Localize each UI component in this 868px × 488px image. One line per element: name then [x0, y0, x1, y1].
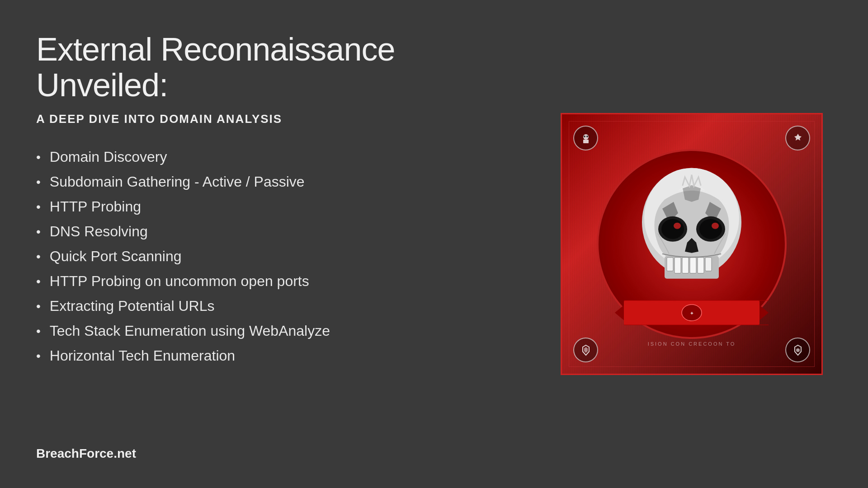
ribbon-banner: ✦: [615, 297, 769, 328]
svg-point-2: [584, 136, 585, 137]
bullet-item-8: Horizontal Tech Enumeration: [36, 347, 524, 364]
bullet-item-2: HTTP Probing: [36, 198, 524, 215]
svg-rect-18: [698, 258, 704, 273]
right-panel: ✦ ISION CON CRECOON TO: [552, 27, 832, 461]
bullet-item-1: Subdomain Gathering - Active / Passive: [36, 174, 524, 190]
svg-rect-16: [682, 258, 689, 273]
left-panel: External Reconnaissance Unveiled: A Deep…: [36, 27, 524, 461]
bullet-list: Domain DiscoverySubdomain Gathering - Ac…: [36, 149, 524, 364]
svg-rect-19: [705, 258, 712, 271]
svg-point-4: [796, 348, 800, 352]
main-title: External Reconnaissance Unveiled:: [36, 32, 524, 103]
bullet-item-6: Extracting Potential URLs: [36, 298, 524, 314]
corner-badge-tl: [573, 126, 598, 150]
svg-rect-14: [667, 258, 673, 271]
bullet-item-5: HTTP Probing on uncommon open ports: [36, 273, 524, 290]
svg-point-12: [712, 223, 719, 229]
page-container: External Reconnaissance Unveiled: A Deep…: [0, 0, 868, 488]
subtitle: A Deep Dive Into Domain Analysis: [36, 112, 524, 126]
bullet-item-7: Tech Stack Enumeration using WebAnalyze: [36, 323, 524, 339]
skull-bottom-text: ISION CON CRECOON TO: [648, 341, 736, 347]
svg-point-11: [674, 223, 681, 229]
svg-text:✦: ✦: [690, 311, 694, 316]
skull-face: [624, 164, 760, 310]
svg-rect-15: [675, 258, 681, 273]
corner-badge-bl: [573, 338, 598, 362]
skull-illustration: ✦ ISION CON CRECOON TO: [561, 113, 823, 375]
bullet-item-4: Quick Port Scanning: [36, 248, 524, 265]
brand-name: BreachForce.net: [36, 446, 524, 461]
svg-point-9: [661, 219, 684, 239]
svg-point-10: [699, 219, 722, 239]
bullet-item-0: Domain Discovery: [36, 149, 524, 165]
svg-rect-1: [583, 140, 589, 143]
bullet-item-3: DNS Resolving: [36, 223, 524, 240]
corner-badge-tr: [785, 126, 810, 150]
svg-point-3: [586, 136, 588, 137]
corner-badge-br: [785, 338, 810, 362]
svg-rect-17: [690, 258, 696, 273]
